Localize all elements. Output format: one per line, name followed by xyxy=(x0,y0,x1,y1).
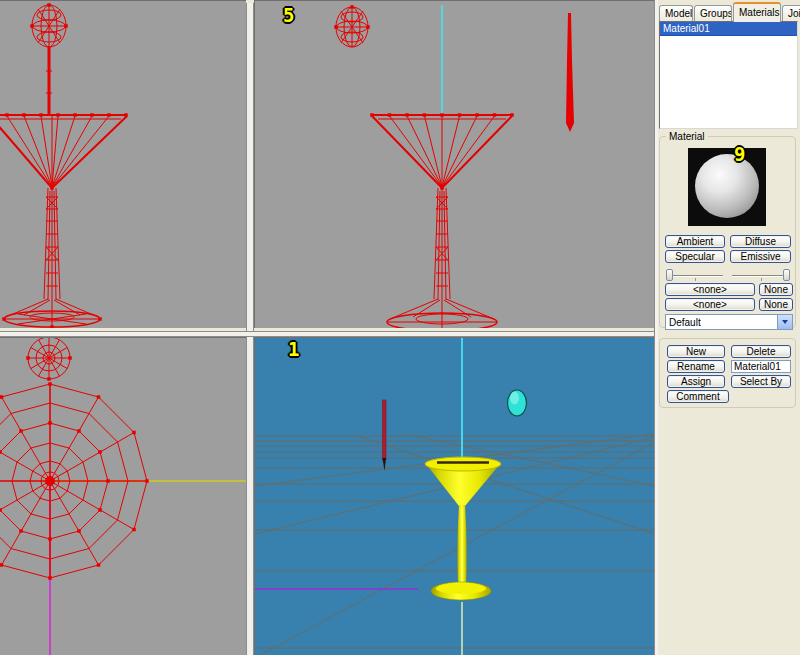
top-viewport[interactable] xyxy=(0,337,246,655)
front-wireframe-martini xyxy=(0,1,246,328)
slider-tick xyxy=(695,278,696,281)
sphere-mesh xyxy=(508,390,527,416)
texture-none-button[interactable]: <none> xyxy=(665,283,755,296)
material-name-input[interactable] xyxy=(731,360,791,373)
side-wireframe-martini xyxy=(255,1,654,328)
texture-slot-row: <none> None xyxy=(660,283,795,296)
materials-panel: Model Groups Materials Joints Material01… xyxy=(658,0,800,655)
specular-button[interactable]: Specular xyxy=(665,250,725,263)
annotation-step-9: 9 xyxy=(734,145,745,164)
alpha-clear-button[interactable]: None xyxy=(759,298,793,311)
comment-button[interactable]: Comment xyxy=(667,390,729,403)
tab-materials[interactable]: Materials xyxy=(733,2,781,22)
slider-thumb[interactable] xyxy=(666,269,673,281)
material-groupbox: Material 9 Ambient Diffuse Specular Emis… xyxy=(659,136,796,328)
blade-mesh xyxy=(383,400,387,471)
emissive-button[interactable]: Emissive xyxy=(730,250,791,263)
dropdown-arrow-button[interactable] xyxy=(777,315,792,329)
transparency-slider[interactable] xyxy=(732,269,790,281)
new-button[interactable]: New xyxy=(667,345,725,358)
tab-groups[interactable]: Groups xyxy=(694,5,732,22)
shader-dropdown[interactable]: Default xyxy=(665,314,793,330)
slider-thumb[interactable] xyxy=(783,269,790,281)
assign-button[interactable]: Assign xyxy=(667,375,725,388)
viewport-splitter-vertical[interactable] xyxy=(246,3,254,655)
milkshape-window: 5 xyxy=(0,0,800,655)
slider-track xyxy=(732,275,790,276)
diffuse-button[interactable]: Diffuse xyxy=(730,235,791,248)
top-wireframe-martini xyxy=(0,338,246,655)
chevron-down-icon xyxy=(782,320,788,324)
delete-button[interactable]: Delete xyxy=(731,345,791,358)
annotation-step-1: 1 xyxy=(288,340,299,359)
side-viewport[interactable]: 5 xyxy=(254,0,654,328)
tab-joints[interactable]: Joints xyxy=(782,5,800,22)
panel-tabs: Model Groups Materials Joints xyxy=(659,2,800,22)
material-preview-sphere xyxy=(695,154,759,218)
slider-track xyxy=(666,275,723,276)
material-preview: 9 xyxy=(688,148,766,226)
rename-button[interactable]: Rename xyxy=(667,360,725,373)
material-group-label: Material xyxy=(666,131,708,142)
viewport-splitter-horizontal[interactable] xyxy=(0,331,654,337)
shader-dropdown-value: Default xyxy=(666,317,777,328)
material-actions-groupbox: New Delete Rename Assign Select By Comme… xyxy=(659,338,796,408)
texture-clear-button[interactable]: None xyxy=(759,283,793,296)
shininess-slider[interactable] xyxy=(666,269,723,281)
slider-tick xyxy=(761,278,762,281)
alpha-none-button[interactable]: <none> xyxy=(665,298,755,311)
perspective-viewport[interactable]: 1 xyxy=(254,337,654,655)
tab-model[interactable]: Model xyxy=(659,5,693,22)
annotation-step-5: 5 xyxy=(283,6,294,25)
front-viewport[interactable] xyxy=(0,0,246,328)
select-by-button[interactable]: Select By xyxy=(731,375,791,388)
perspective-scene xyxy=(255,338,654,655)
ambient-button[interactable]: Ambient xyxy=(665,235,725,248)
alpha-slot-row: <none> None xyxy=(660,298,795,311)
materials-list-item-selected[interactable]: Material01 xyxy=(660,22,797,36)
materials-list[interactable]: Material01 xyxy=(659,21,798,129)
